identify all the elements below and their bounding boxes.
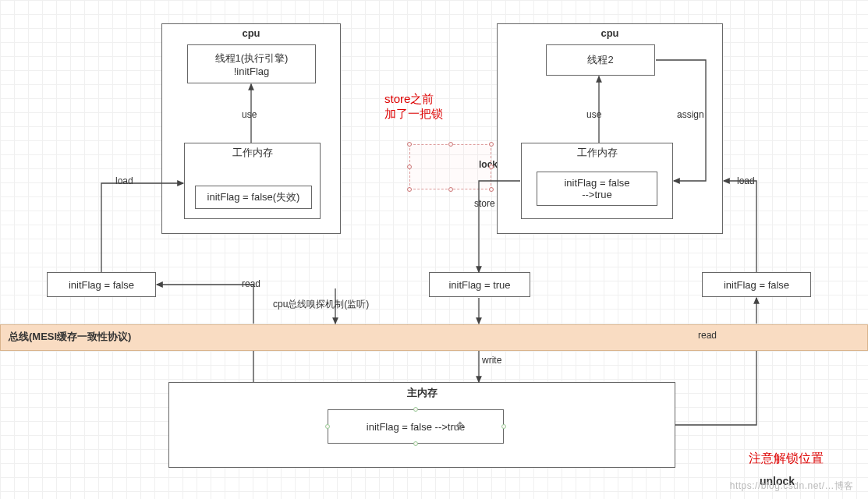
cpu2-load-var: initFlag = false [702, 272, 811, 297]
handle-se[interactable] [489, 187, 494, 192]
lock-label: lock [479, 159, 498, 170]
handle-w[interactable] [407, 165, 412, 169]
cpu2-read-label: read [698, 330, 717, 341]
diagram-stage: cpu 线程1(执行引擎) !initFlag 工作内存 initFlag = … [0, 0, 868, 499]
watermark: https://blog.csdn.net/…博客 [730, 480, 854, 493]
handle-e[interactable] [489, 165, 494, 169]
cpu2-thread: 线程2 [546, 44, 655, 76]
bus-label: 总线(MESI缓存一致性协议) [9, 331, 131, 342]
cpu1-workmem-label: 工作内存 [185, 146, 320, 160]
cpu1-local-var: initFlag = false [47, 272, 156, 297]
main-memory-value[interactable]: initFlag = false -->true ✥ [328, 409, 504, 444]
handle-ne[interactable] [489, 142, 494, 147]
cpu2-title: cpu [498, 27, 722, 39]
annotation-before-store: store之前 加了一把锁 [384, 92, 443, 122]
cpu2-workmem-label: 工作内存 [522, 146, 672, 160]
handle-s[interactable] [448, 187, 453, 192]
cpu2-assign-label: assign [677, 109, 704, 120]
cpu2-cache-value: initFlag = false -->true [537, 172, 657, 206]
cpu1-load-label: load [115, 175, 133, 186]
handle-sw[interactable] [407, 187, 412, 192]
handle-nw[interactable] [407, 142, 412, 147]
cpu1-thread: 线程1(执行引擎) !initFlag [187, 44, 316, 83]
annotation-unlock-note: 注意解锁位置 [749, 451, 824, 467]
handle-n[interactable] [448, 142, 453, 147]
cpu1-title: cpu [162, 27, 340, 39]
mm-handle-n[interactable] [413, 407, 418, 412]
main-memory-text: initFlag = false -->true [367, 421, 465, 433]
move-icon: ✥ [455, 419, 465, 432]
cpu2-store-label: store [474, 198, 495, 209]
mm-handle-s[interactable] [413, 441, 418, 446]
cpu2-use-label: use [586, 109, 601, 120]
main-memory-title: 主内存 [169, 386, 675, 400]
cpu1-use-label: use [242, 109, 257, 120]
bus-bar: 总线(MESI缓存一致性协议) [0, 324, 868, 351]
cpu1-cache-value: initFlag = false(失效) [195, 186, 312, 209]
cpu2-store-var: initFlag = true [429, 272, 530, 297]
cpu2-write-label: write [482, 355, 501, 366]
cpu1-sniff-label: cpu总线嗅探机制(监听) [273, 298, 369, 311]
cpu1-read-label: read [242, 278, 260, 289]
cpu2-load-label: load [737, 175, 755, 186]
mm-handle-w[interactable] [325, 424, 330, 429]
mm-handle-e[interactable] [501, 424, 506, 429]
